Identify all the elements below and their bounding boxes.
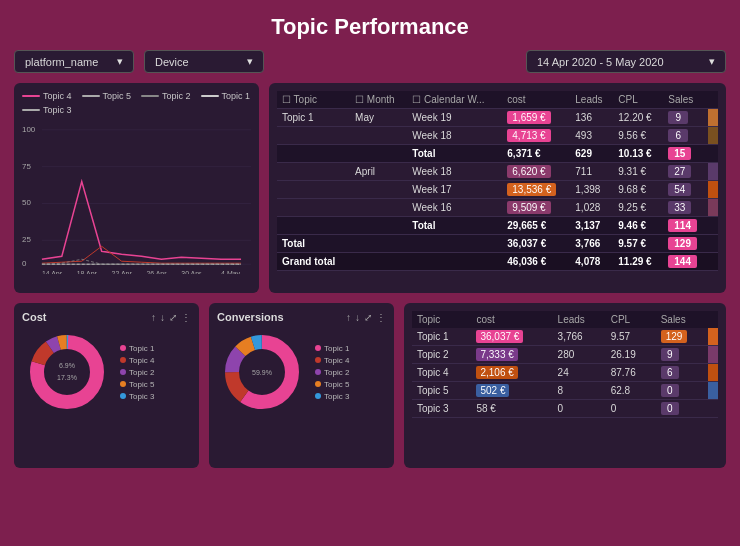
- more-icon[interactable]: ⋮: [181, 312, 191, 323]
- legend-topic1: Topic 1: [201, 91, 251, 101]
- conversions-panel-header: Conversions ↑ ↓ ⤢ ⋮: [217, 311, 386, 323]
- down-icon[interactable]: ↓: [355, 312, 360, 323]
- legend-item: Topic 3: [120, 392, 154, 401]
- expand-icon[interactable]: ⤢: [169, 312, 177, 323]
- svg-text:50: 50: [22, 198, 31, 207]
- svg-text:17.3%: 17.3%: [57, 374, 77, 381]
- more-icon[interactable]: ⋮: [376, 312, 386, 323]
- summary-table: Topic cost Leads CPL Sales Topic 1 36,03…: [412, 311, 718, 418]
- legend-dot: [82, 95, 100, 97]
- main-table: ☐ Topic ☐ Month ☐ Calendar W... cost Lea…: [277, 91, 718, 271]
- summary-row: Topic 3 58 € 0 0 0: [412, 400, 718, 418]
- legend-item: Topic 1: [315, 344, 349, 353]
- svg-text:26 Apr: 26 Apr: [146, 270, 167, 274]
- legend-topic3: Topic 3: [22, 105, 72, 115]
- svg-text:25: 25: [22, 235, 31, 244]
- svg-point-21: [45, 350, 89, 394]
- conversions-title: Conversions: [217, 311, 284, 323]
- up-icon[interactable]: ↑: [151, 312, 156, 323]
- summary-row: Topic 1 36,037 € 3,766 9.57 129: [412, 328, 718, 346]
- summary-panel: Topic cost Leads CPL Sales Topic 1 36,03…: [404, 303, 726, 468]
- page-title: Topic Performance: [0, 0, 740, 50]
- summary-row: Topic 4 2,106 € 24 87.76 6: [412, 364, 718, 382]
- expand-icon[interactable]: ⤢: [364, 312, 372, 323]
- svg-text:30 Apr: 30 Apr: [181, 270, 202, 274]
- svg-text:6.9%: 6.9%: [59, 362, 75, 369]
- legend-topic5: Topic 5: [82, 91, 132, 101]
- line-chart: 100 75 50 25 0 14 Apr 18 Apr 22 Apr 26 A…: [22, 119, 251, 274]
- cost-panel: Cost ↑ ↓ ⤢ ⋮: [14, 303, 199, 468]
- legend-item: Topic 1: [120, 344, 154, 353]
- table-row-grand-total: Grand total 46,036 € 4,078 11.29 € 144: [277, 253, 718, 271]
- main-panels: Topic 4 Topic 5 Topic 2 Topic 1 Topic 3: [0, 83, 740, 293]
- legend-dot: [22, 95, 40, 97]
- up-icon[interactable]: ↑: [346, 312, 351, 323]
- cost-donut-area: 6.9% 17.3% Topic 1 Topic 4 Topic 2: [22, 327, 191, 417]
- legend-item: Topic 4: [120, 356, 154, 365]
- chevron-down-icon: ▾: [117, 55, 123, 68]
- legend-topic2: Topic 2: [141, 91, 191, 101]
- chevron-down-icon: ▾: [709, 55, 715, 68]
- chevron-down-icon: ▾: [247, 55, 253, 68]
- legend-dot: [201, 95, 219, 97]
- conversions-panel: Conversions ↑ ↓ ⤢ ⋮: [209, 303, 394, 468]
- table-row: April Week 18 6,620 € 711 9.31 € 27: [277, 163, 718, 181]
- legend-dot: [22, 109, 40, 111]
- cost-panel-actions: ↑ ↓ ⤢ ⋮: [151, 312, 191, 323]
- cost-donut-svg: 6.9% 17.3%: [22, 327, 112, 417]
- down-icon[interactable]: ↓: [160, 312, 165, 323]
- table-row-topic-total: Total 36,037 € 3,766 9.57 € 129: [277, 235, 718, 253]
- filters-row: platform_name ▾ Device ▾ 14 Apr 2020 - 5…: [0, 50, 740, 83]
- chart-legend: Topic 4 Topic 5 Topic 2 Topic 1 Topic 3: [22, 91, 251, 115]
- legend-item: Topic 4: [315, 356, 349, 365]
- conversions-donut-area: 59.9% Topic 1 Topic 4 Topic 2: [217, 327, 386, 417]
- summary-row: Topic 5 502 € 8 62.8 0: [412, 382, 718, 400]
- conversions-donut-svg: 59.9%: [217, 327, 307, 417]
- cost-legend: Topic 1 Topic 4 Topic 2 Topic 5: [120, 344, 154, 401]
- legend-item: Topic 2: [120, 368, 154, 377]
- main-table-panel: ☐ Topic ☐ Month ☐ Calendar W... cost Lea…: [269, 83, 726, 293]
- table-row-total: Total 29,665 € 3,137 9.46 € 114: [277, 217, 718, 235]
- legend-dot: [141, 95, 159, 97]
- device-filter[interactable]: Device ▾: [144, 50, 264, 73]
- svg-text:100: 100: [22, 125, 36, 134]
- conversions-legend: Topic 1 Topic 4 Topic 2 Topic 5: [315, 344, 349, 401]
- chart-panel: Topic 4 Topic 5 Topic 2 Topic 1 Topic 3: [14, 83, 259, 293]
- conversions-panel-actions: ↑ ↓ ⤢ ⋮: [346, 312, 386, 323]
- chart-svg: 100 75 50 25 0 14 Apr 18 Apr 22 Apr 26 A…: [22, 119, 251, 274]
- svg-text:75: 75: [22, 162, 31, 171]
- cost-panel-header: Cost ↑ ↓ ⤢ ⋮: [22, 311, 191, 323]
- svg-text:4 May: 4 May: [221, 270, 240, 274]
- svg-text:14 Apr: 14 Apr: [42, 270, 63, 274]
- legend-item: Topic 2: [315, 368, 349, 377]
- table-row: Week 17 13,536 € 1,398 9.68 € 54: [277, 181, 718, 199]
- cost-title: Cost: [22, 311, 46, 323]
- svg-text:22 Apr: 22 Apr: [112, 270, 133, 274]
- platform-filter[interactable]: platform_name ▾: [14, 50, 134, 73]
- table-row-total: Total 6,371 € 629 10.13 € 15: [277, 145, 718, 163]
- legend-item: Topic 3: [315, 392, 349, 401]
- svg-text:59.9%: 59.9%: [252, 369, 272, 376]
- legend-topic4: Topic 4: [22, 91, 72, 101]
- svg-text:0: 0: [22, 259, 27, 268]
- bottom-panels: Cost ↑ ↓ ⤢ ⋮: [0, 293, 740, 468]
- legend-item: Topic 5: [315, 380, 349, 389]
- table-row: Week 18 4,713 € 493 9.56 € 6: [277, 127, 718, 145]
- page-container: Topic Performance platform_name ▾ Device…: [0, 0, 740, 468]
- table-row: Week 16 9,509 € 1,028 9.25 € 33: [277, 199, 718, 217]
- table-row: Topic 1 May Week 19 1,659 € 136 12.20 € …: [277, 109, 718, 127]
- legend-item: Topic 5: [120, 380, 154, 389]
- summary-row: Topic 2 7,333 € 280 26.19 9: [412, 346, 718, 364]
- svg-text:18 Apr: 18 Apr: [77, 270, 98, 274]
- date-range-filter[interactable]: 14 Apr 2020 - 5 May 2020 ▾: [526, 50, 726, 73]
